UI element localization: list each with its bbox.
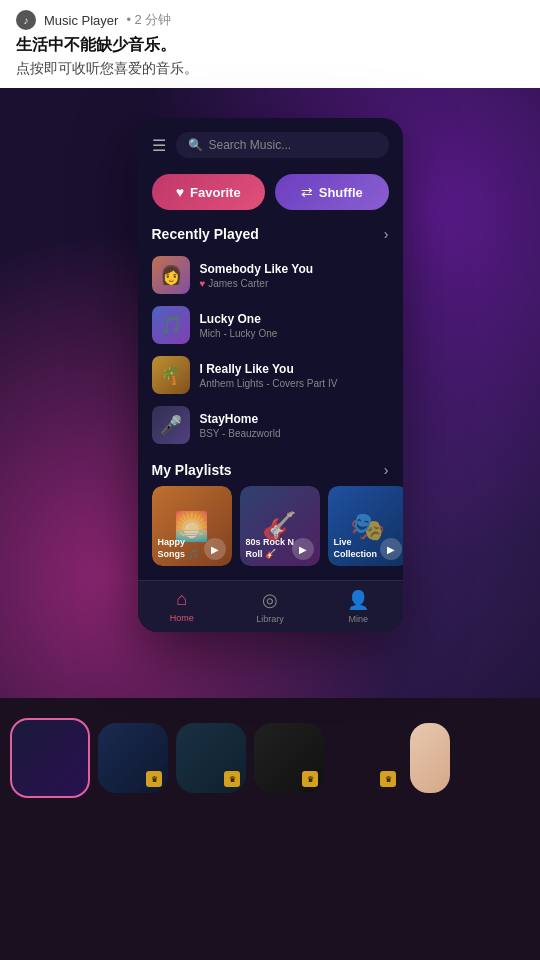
track-item[interactable]: 🌴 I Really Like You Anthem Lights - Cove… [152, 350, 389, 400]
track-name-2: Lucky One [200, 312, 389, 326]
playlist-image-2: 🎸 80s Rock NRoll 🎸 ▶ [240, 486, 320, 566]
nav-item-mine[interactable]: 👤 Mine [314, 589, 402, 624]
crown-badge-4: ♛ [302, 771, 318, 787]
playlist-label-2: 80s Rock NRoll 🎸 [246, 537, 295, 560]
crown-badge-2: ♛ [146, 771, 162, 787]
color-block-3[interactable]: ♛ [176, 723, 246, 793]
mine-icon: 👤 [347, 589, 369, 611]
track-name-1: Somebody Like You [200, 262, 389, 276]
crown-badge-3: ♛ [224, 771, 240, 787]
playlist-card-3[interactable]: 🎭 LiveCollection ▶ [328, 486, 403, 566]
crown-badge-5: ♛ [380, 771, 396, 787]
track-artist-3: Anthem Lights - Covers Part IV [200, 378, 389, 389]
bottom-blocks-section: ♛ ♛ ♛ ♛ [0, 698, 540, 818]
app-background: ☰ 🔍 Search Music... ♥ Favorite ⇄ Shuffle… [0, 88, 540, 698]
notification-time: • 2 分钟 [126, 11, 171, 29]
notification-app-row: ♪ Music Player • 2 分钟 [16, 10, 524, 30]
bottom-nav: ⌂ Home ◎ Library 👤 Mine [138, 580, 403, 632]
playlist-label-3: LiveCollection [334, 537, 378, 560]
color-block-1[interactable] [10, 718, 90, 798]
track-info-2: Lucky One Mich - Lucky One [200, 312, 389, 339]
track-item[interactable]: 👩 Somebody Like You ♥ James Carter [152, 250, 389, 300]
nav-label-home: Home [170, 613, 194, 623]
track-thumbnail-3: 🌴 [152, 356, 190, 394]
search-icon: 🔍 [188, 138, 203, 152]
track-item[interactable]: 🎵 Lucky One Mich - Lucky One [152, 300, 389, 350]
home-icon: ⌂ [176, 589, 187, 610]
track-thumbnail-4: 🎤 [152, 406, 190, 444]
color-block-6[interactable] [410, 723, 450, 793]
recently-played-header: Recently Played › [138, 222, 403, 250]
track-artist-1: ♥ James Carter [200, 278, 389, 289]
notification-app-name: Music Player [44, 13, 118, 28]
playlist-label-1: HappySongs 🎵 [158, 537, 199, 560]
notification-bar: ♪ Music Player • 2 分钟 生活中不能缺少音乐。 点按即可收听您… [0, 0, 540, 88]
menu-icon[interactable]: ☰ [152, 136, 166, 155]
favorite-label: Favorite [190, 185, 241, 200]
playlist-scroll: 🌅 HappySongs 🎵 ▶ 🎸 80s Rock NRoll 🎸 ▶ [138, 486, 403, 580]
recently-played-title: Recently Played [152, 226, 259, 242]
track-name-4: StayHome [200, 412, 389, 426]
track-artist-2: Mich - Lucky One [200, 328, 389, 339]
track-info-1: Somebody Like You ♥ James Carter [200, 262, 389, 289]
playlist-play-1[interactable]: ▶ [204, 538, 226, 560]
action-buttons: ♥ Favorite ⇄ Shuffle [138, 168, 403, 222]
recently-played-arrow[interactable]: › [384, 226, 389, 242]
library-icon: ◎ [262, 589, 278, 611]
track-name-3: I Really Like You [200, 362, 389, 376]
heart-icon: ♥ [176, 184, 184, 200]
playlist-card-1[interactable]: 🌅 HappySongs 🎵 ▶ [152, 486, 232, 566]
track-item[interactable]: 🎤 StayHome BSY - Beauzworld [152, 400, 389, 450]
track-info-3: I Really Like You Anthem Lights - Covers… [200, 362, 389, 389]
playlist-section: My Playlists › 🌅 HappySongs 🎵 ▶ 🎸 80s [138, 450, 403, 580]
nav-label-library: Library [256, 614, 284, 624]
track-thumbnail-1: 👩 [152, 256, 190, 294]
card-header: ☰ 🔍 Search Music... [138, 118, 403, 168]
my-playlists-title: My Playlists [152, 462, 232, 478]
nav-label-mine: Mine [349, 614, 369, 624]
playlist-card-2[interactable]: 🎸 80s Rock NRoll 🎸 ▶ [240, 486, 320, 566]
color-block-2[interactable]: ♛ [98, 723, 168, 793]
shuffle-icon: ⇄ [301, 184, 313, 200]
nav-item-library[interactable]: ◎ Library [226, 589, 314, 624]
search-input[interactable]: Search Music... [209, 138, 292, 152]
playlist-play-2[interactable]: ▶ [292, 538, 314, 560]
track-artist-4: BSY - Beauzworld [200, 428, 389, 439]
playlist-image-3: 🎭 LiveCollection ▶ [328, 486, 403, 566]
notification-sub-text: 点按即可收听您喜爱的音乐。 [16, 60, 524, 78]
music-player-icon: ♪ [16, 10, 36, 30]
color-block-5[interactable]: ♛ [332, 723, 402, 793]
track-thumbnail-2: 🎵 [152, 306, 190, 344]
favorite-button[interactable]: ♥ Favorite [152, 174, 266, 210]
my-playlists-arrow[interactable]: › [384, 462, 389, 478]
color-block-4[interactable]: ♛ [254, 723, 324, 793]
shuffle-label: Shuffle [319, 185, 363, 200]
nav-item-home[interactable]: ⌂ Home [138, 589, 226, 624]
shuffle-button[interactable]: ⇄ Shuffle [275, 174, 389, 210]
playlist-play-3[interactable]: ▶ [380, 538, 402, 560]
track-info-4: StayHome BSY - Beauzworld [200, 412, 389, 439]
my-playlists-header: My Playlists › [138, 458, 403, 486]
notification-main-text: 生活中不能缺少音乐。 [16, 34, 524, 56]
phone-card: ☰ 🔍 Search Music... ♥ Favorite ⇄ Shuffle… [138, 118, 403, 632]
search-bar[interactable]: 🔍 Search Music... [176, 132, 389, 158]
playlist-image-1: 🌅 HappySongs 🎵 ▶ [152, 486, 232, 566]
track-list: 👩 Somebody Like You ♥ James Carter 🎵 Luc… [138, 250, 403, 450]
